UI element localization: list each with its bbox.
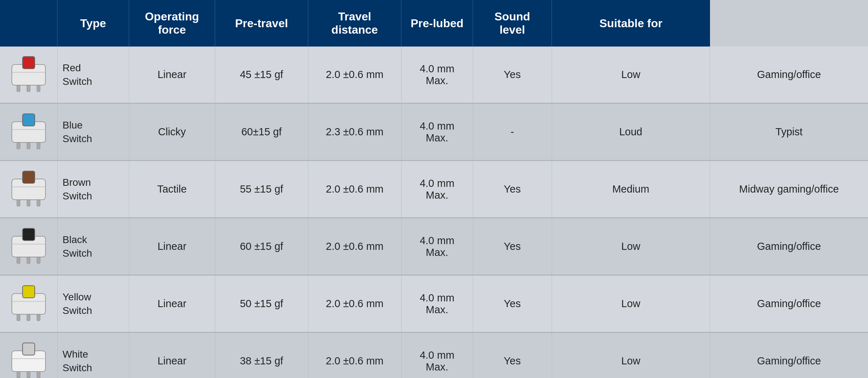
sound-level: Loud — [552, 103, 710, 161]
svg-rect-30 — [24, 287, 32, 291]
svg-rect-37 — [24, 344, 32, 348]
sound-level: Medium — [552, 161, 710, 218]
pre-travel: 2.0 ±0.6 mm — [308, 161, 401, 218]
switch-comparison-table: Type Operating force Pre-travel Travel d… — [0, 0, 868, 378]
svg-rect-19 — [27, 200, 30, 206]
svg-rect-41 — [37, 372, 40, 378]
switch-icon — [9, 54, 48, 93]
switch-type: Tactile — [129, 161, 215, 218]
switch-type: Linear — [129, 333, 215, 378]
sound-level: Low — [552, 275, 710, 333]
svg-rect-39 — [17, 372, 20, 378]
pre-travel: 2.0 ±0.6 mm — [308, 218, 401, 275]
switch-type: Linear — [129, 275, 215, 333]
switch-name: BlackSwitch — [57, 218, 129, 275]
suitable-for: Gaming/office — [710, 333, 868, 378]
switch-name: BrownSwitch — [57, 161, 129, 218]
operating-force: 60±15 gf — [215, 103, 308, 161]
svg-rect-20 — [37, 200, 40, 206]
pre-lubed: Yes — [473, 47, 552, 103]
svg-rect-9 — [24, 115, 32, 119]
switch-icon — [9, 340, 48, 378]
svg-rect-32 — [17, 314, 20, 321]
table-row: RedSwitchLinear45 ±15 gf2.0 ±0.6 mm4.0 m… — [0, 47, 868, 103]
header-travel-dist: Travel distance — [308, 0, 401, 47]
svg-rect-2 — [24, 58, 32, 62]
operating-force: 45 ±15 gf — [215, 47, 308, 103]
travel-distance: 4.0 mm Max. — [401, 47, 473, 103]
svg-rect-12 — [27, 142, 30, 149]
suitable-for: Midway gaming/office — [710, 161, 868, 218]
switch-type: Clicky — [129, 103, 215, 161]
suitable-for: Gaming/office — [710, 47, 868, 103]
suitable-for: Typist — [710, 103, 868, 161]
sound-level: Low — [552, 333, 710, 378]
pre-lubed: Yes — [473, 333, 552, 378]
switch-icon — [9, 226, 48, 265]
header-pre-lubed: Pre-lubed — [401, 0, 473, 47]
switch-image-cell — [0, 333, 57, 378]
switch-name: BlueSwitch — [57, 103, 129, 161]
svg-rect-5 — [27, 85, 30, 92]
switch-icon — [9, 168, 48, 208]
switch-name: WhiteSwitch — [57, 333, 129, 378]
table-row: BlackSwitchLinear60 ±15 gf2.0 ±0.6 mm4.0… — [0, 218, 868, 275]
pre-lubed: Yes — [473, 275, 552, 333]
header-suitable: Suitable for — [552, 0, 710, 47]
operating-force: 50 ±15 gf — [215, 275, 308, 333]
pre-lubed: - — [473, 103, 552, 161]
pre-lubed: Yes — [473, 161, 552, 218]
svg-rect-40 — [27, 372, 30, 378]
svg-rect-4 — [17, 85, 20, 92]
travel-distance: 4.0 mm Max. — [401, 218, 473, 275]
svg-rect-11 — [17, 142, 20, 149]
travel-distance: 4.0 mm Max. — [401, 161, 473, 218]
switch-name: RedSwitch — [57, 47, 129, 103]
svg-rect-34 — [37, 314, 40, 321]
suitable-for: Gaming/office — [710, 218, 868, 275]
pre-travel: 2.0 ±0.6 mm — [308, 275, 401, 333]
switch-icon — [9, 283, 48, 322]
table-header-row: Type Operating force Pre-travel Travel d… — [0, 0, 868, 47]
svg-rect-25 — [17, 257, 20, 263]
table-row: WhiteSwitchLinear38 ±15 gf2.0 ±0.6 mm4.0… — [0, 333, 868, 378]
switch-image-cell — [0, 161, 57, 218]
switch-image-cell — [0, 275, 57, 333]
sound-level: Low — [552, 218, 710, 275]
header-pre-travel: Pre-travel — [215, 0, 308, 47]
svg-rect-16 — [24, 173, 32, 176]
header-type: Type — [57, 0, 129, 47]
pre-travel: 2.3 ±0.6 mm — [308, 103, 401, 161]
switch-image-cell — [0, 47, 57, 103]
operating-force: 60 ±15 gf — [215, 218, 308, 275]
table-row: BrownSwitchTactile55 ±15 gf2.0 ±0.6 mm4.… — [0, 161, 868, 218]
pre-travel: 2.0 ±0.6 mm — [308, 333, 401, 378]
operating-force: 38 ±15 gf — [215, 333, 308, 378]
switch-type: Linear — [129, 218, 215, 275]
header-op-force: Operating force — [129, 0, 215, 47]
pre-lubed: Yes — [473, 218, 552, 275]
travel-distance: 4.0 mm Max. — [401, 333, 473, 378]
svg-rect-26 — [27, 257, 30, 263]
suitable-for: Gaming/office — [710, 275, 868, 333]
header-image — [0, 0, 57, 47]
svg-rect-6 — [37, 85, 40, 92]
switch-type: Linear — [129, 47, 215, 103]
svg-rect-27 — [37, 257, 40, 263]
travel-distance: 4.0 mm Max. — [401, 103, 473, 161]
svg-rect-23 — [24, 230, 32, 233]
table-row: BlueSwitchClicky60±15 gf2.3 ±0.6 mm4.0 m… — [0, 103, 868, 161]
svg-rect-33 — [27, 314, 30, 321]
switch-name: YellowSwitch — [57, 275, 129, 333]
svg-rect-13 — [37, 142, 40, 149]
travel-distance: 4.0 mm Max. — [401, 275, 473, 333]
header-sound: Sound level — [473, 0, 552, 47]
switch-icon — [9, 111, 48, 150]
svg-rect-18 — [17, 200, 20, 206]
switch-image-cell — [0, 218, 57, 275]
table-row: YellowSwitchLinear50 ±15 gf2.0 ±0.6 mm4.… — [0, 275, 868, 333]
operating-force: 55 ±15 gf — [215, 161, 308, 218]
sound-level: Low — [552, 47, 710, 103]
pre-travel: 2.0 ±0.6 mm — [308, 47, 401, 103]
switch-image-cell — [0, 103, 57, 161]
